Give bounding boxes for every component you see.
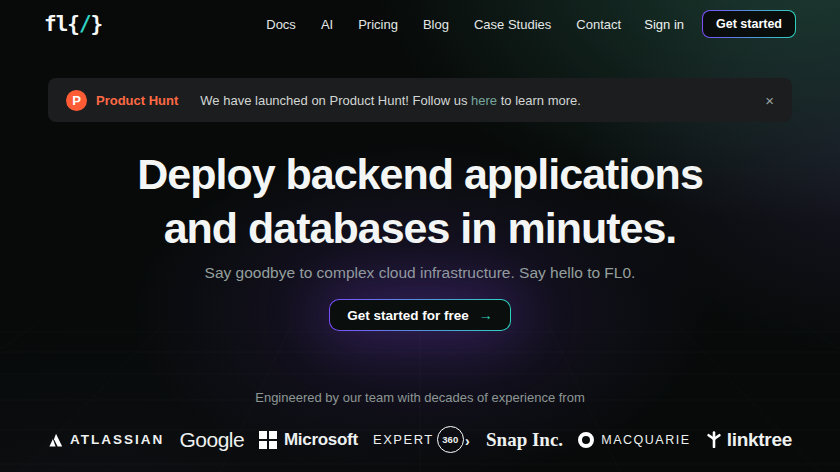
nav-item-blog[interactable]: Blog (423, 17, 449, 32)
get-started-button[interactable]: Get started (702, 10, 796, 38)
linktree-logo: linktree (706, 429, 792, 451)
atlassian-logo: ATLASSIAN (48, 432, 164, 447)
arrow-right-icon: → (479, 307, 493, 323)
cta-label: Get started for free (347, 308, 469, 323)
linktree-icon (706, 431, 722, 448)
expert360-number: 360 (442, 434, 458, 445)
close-icon[interactable]: × (765, 93, 774, 108)
banner-message-after: to learn more. (497, 93, 581, 108)
hero-title: Deploy backend applications and database… (0, 147, 840, 255)
social-proof-tagline: Engineered by our team with decades of e… (0, 390, 840, 405)
nav-item-ai[interactable]: AI (321, 17, 333, 32)
microsoft-icon (259, 431, 277, 449)
microsoft-wordmark: Microsoft (284, 430, 358, 450)
banner-message-before: We have launched on Product Hunt! Follow… (200, 93, 471, 108)
logo-text-end: } (91, 12, 103, 36)
atlassian-icon (48, 433, 63, 447)
sign-in-link[interactable]: Sign in (644, 17, 684, 32)
microsoft-logo: Microsoft (259, 430, 357, 450)
atlassian-wordmark: ATLASSIAN (70, 432, 164, 447)
nav-item-docs[interactable]: Docs (266, 17, 296, 32)
product-hunt-banner: P Product Hunt We have launched on Produ… (48, 78, 792, 122)
auth-actions: Sign in Get started (644, 10, 796, 38)
nav-item-pricing[interactable]: Pricing (358, 17, 398, 32)
snap-wordmark: Snap Inc. (486, 429, 563, 450)
google-wordmark: Google (179, 428, 244, 451)
banner-here-link[interactable]: here (471, 93, 497, 108)
top-nav-bar: fl{/} Docs AI Pricing Blog Case Studies … (0, 0, 840, 48)
product-hunt-icon: P (66, 90, 87, 111)
macquarie-wordmark: MACQUARIE (601, 433, 690, 447)
logo-slash: / (79, 12, 91, 36)
linktree-wordmark: linktree (727, 429, 792, 451)
hero-title-line1: Deploy backend applications (137, 150, 703, 198)
banner-message: We have launched on Product Hunt! Follow… (200, 93, 581, 108)
product-hunt-label: Product Hunt (96, 93, 178, 108)
fl0-logo[interactable]: fl{/} (44, 12, 102, 36)
main-nav: Docs AI Pricing Blog Case Studies Contac… (266, 17, 621, 32)
macquarie-logo: MACQUARIE (578, 432, 690, 448)
company-logos-row: ATLASSIAN Google Microsoft EXPERT 360 › … (48, 426, 792, 453)
hero-title-line2: and databases in minutes. (164, 204, 677, 252)
expert360-logo: EXPERT 360 › (373, 426, 471, 453)
nav-item-case-studies[interactable]: Case Studies (474, 17, 551, 32)
snap-inc-logo: Snap Inc. (486, 429, 563, 451)
get-started-free-button[interactable]: Get started for free → (329, 299, 511, 331)
logo-text: fl{ (44, 12, 79, 36)
chevron-right-icon: › (465, 433, 470, 449)
cta-row: Get started for free → (0, 299, 840, 331)
macquarie-ring-icon (578, 432, 594, 448)
expert360-circle: 360 › (437, 426, 464, 453)
expert360-wordmark: EXPERT (373, 432, 434, 447)
google-logo: Google (179, 428, 244, 452)
nav-item-contact[interactable]: Contact (576, 17, 621, 32)
hero-subtitle: Say goodbye to complex cloud infrastruct… (0, 264, 840, 282)
